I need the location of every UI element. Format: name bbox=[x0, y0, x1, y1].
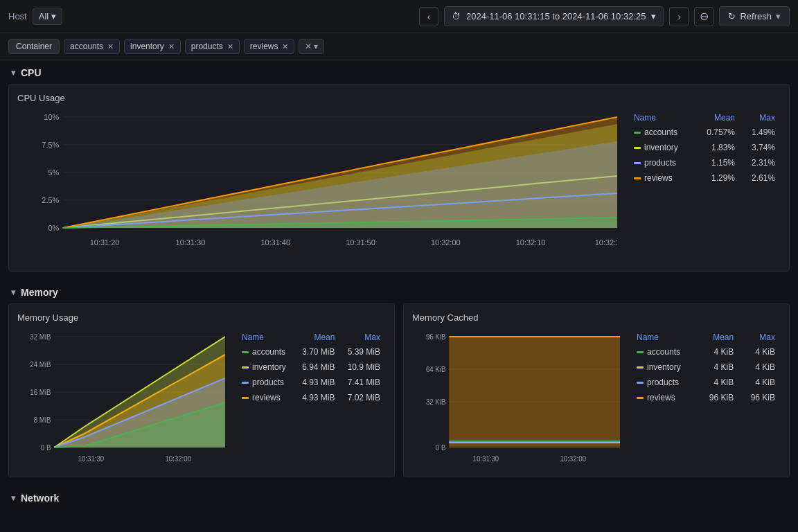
svg-text:0 B: 0 B bbox=[436, 444, 446, 452]
memory-cached-svg: 96 KiB 64 KiB 32 KiB 0 B bbox=[412, 330, 620, 465]
cpu-svg-container: 10% 7.5% 5% 2.5% 0% bbox=[17, 110, 617, 263]
mem-inventory-dot bbox=[242, 366, 249, 369]
cpu-collapse-icon: ▾ bbox=[11, 68, 15, 78]
svg-text:10:31:20: 10:31:20 bbox=[90, 239, 120, 246]
cached-products-dot bbox=[637, 382, 644, 384]
svg-text:10:31:50: 10:31:50 bbox=[346, 239, 375, 246]
svg-text:10:32:20: 10:32:20 bbox=[595, 239, 617, 246]
mem-products-dot bbox=[242, 382, 249, 384]
memory-section-header[interactable]: ▾ Memory bbox=[0, 280, 798, 303]
filter-bar: Container accounts ✕ inventory ✕ product… bbox=[0, 33, 798, 60]
svg-text:32 MiB: 32 MiB bbox=[30, 333, 51, 341]
remove-inventory-icon[interactable]: ✕ bbox=[168, 42, 175, 51]
svg-text:10:32:00: 10:32:00 bbox=[560, 455, 586, 463]
memory-cached-svg-container: 96 KiB 64 KiB 32 KiB 0 B bbox=[412, 330, 620, 468]
filter-tag-products[interactable]: products ✕ bbox=[185, 39, 240, 54]
svg-text:0%: 0% bbox=[48, 224, 59, 231]
mem-accounts-dot bbox=[242, 351, 249, 353]
svg-text:32 KiB: 32 KiB bbox=[426, 398, 446, 406]
memory-cached-legend-table: Name Mean Max accounts 4 KiB 4 KiB bbox=[631, 330, 781, 406]
memory-cached-legend: Name Mean Max accounts 4 KiB 4 KiB bbox=[631, 330, 781, 468]
svg-text:10:31:40: 10:31:40 bbox=[260, 239, 290, 246]
time-range-text: 2024-11-06 10:31:15 to 2024-11-06 10:32:… bbox=[466, 11, 646, 21]
svg-marker-45 bbox=[449, 337, 620, 447]
memory-usage-chart-card: Memory Usage 32 MiB 24 MiB bbox=[8, 303, 395, 477]
svg-text:10:32:10: 10:32:10 bbox=[516, 239, 546, 246]
svg-text:7.5%: 7.5% bbox=[42, 141, 59, 148]
memory-usage-svg: 32 MiB 24 MiB 16 MiB 8 MiB 0 B bbox=[17, 330, 225, 465]
cpu-legend-max-header: Max bbox=[741, 112, 779, 124]
network-collapse-icon: ▾ bbox=[11, 493, 15, 503]
svg-text:10%: 10% bbox=[44, 114, 59, 121]
svg-text:2.5%: 2.5% bbox=[42, 197, 59, 204]
cached-inventory-dot bbox=[637, 366, 644, 369]
svg-text:96 KiB: 96 KiB bbox=[426, 333, 446, 341]
filter-tag-accounts[interactable]: accounts ✕ bbox=[64, 39, 120, 54]
memory-cached-title: Memory Cached bbox=[412, 312, 781, 323]
memory-usage-svg-container: 32 MiB 24 MiB 16 MiB 8 MiB 0 B bbox=[17, 330, 225, 468]
memory-usage-legend: Name Mean Max accounts 3.70 MiB 5.39 MiB bbox=[236, 330, 386, 468]
network-section-header[interactable]: ▾ Network bbox=[0, 486, 798, 509]
memory-collapse-icon: ▾ bbox=[11, 287, 15, 297]
filter-tag-reviews[interactable]: reviews ✕ bbox=[244, 39, 295, 54]
main-content: ▾ CPU CPU Usage 10% 7.5% bbox=[0, 60, 798, 532]
svg-text:10:31:30: 10:31:30 bbox=[78, 455, 105, 463]
memory-usage-legend-table: Name Mean Max accounts 3.70 MiB 5.39 MiB bbox=[236, 330, 386, 406]
top-bar: Host All ▾ ‹ ⏱ 2024-11-06 10:31:15 to 20… bbox=[0, 0, 798, 33]
svg-text:0 B: 0 B bbox=[41, 444, 51, 452]
prev-arrow[interactable]: ‹ bbox=[419, 7, 438, 26]
memory-section: ▾ Memory Memory Usage bbox=[0, 280, 798, 477]
remove-accounts-icon[interactable]: ✕ bbox=[107, 42, 114, 51]
mem-legend-row-accounts: accounts 3.70 MiB 5.39 MiB bbox=[238, 345, 384, 359]
chevron-down-icon: ▾ bbox=[651, 11, 656, 21]
remove-reviews-icon[interactable]: ✕ bbox=[282, 42, 288, 51]
svg-text:64 KiB: 64 KiB bbox=[426, 366, 446, 373]
filter-clear-button[interactable]: ✕ ▾ bbox=[299, 39, 324, 54]
cached-accounts-dot bbox=[637, 351, 644, 353]
mem-legend-row-reviews: reviews 4.93 MiB 7.02 MiB bbox=[238, 391, 384, 405]
cpu-section: ▾ CPU CPU Usage 10% 7.5% bbox=[0, 60, 798, 272]
cached-reviews-dot bbox=[637, 397, 644, 399]
svg-text:10:31:30: 10:31:30 bbox=[473, 455, 499, 463]
zoom-out-button[interactable]: ⊖ bbox=[694, 7, 713, 26]
memory-cached-chart-card: Memory Cached 96 KiB 64 KiB 32 KiB bbox=[403, 303, 790, 477]
memory-charts-row: Memory Usage 32 MiB 24 MiB bbox=[8, 303, 790, 477]
refresh-button[interactable]: ↻ Refresh ▾ bbox=[719, 6, 790, 26]
filter-tag-inventory[interactable]: inventory ✕ bbox=[124, 39, 181, 54]
mem-reviews-dot bbox=[242, 397, 249, 399]
time-range-display[interactable]: ⏱ 2024-11-06 10:31:15 to 2024-11-06 10:3… bbox=[444, 6, 664, 26]
container-label: Container bbox=[8, 39, 60, 54]
svg-text:8 MiB: 8 MiB bbox=[34, 416, 51, 424]
refresh-icon: ↻ bbox=[728, 11, 736, 21]
time-range-controls: ‹ ⏱ 2024-11-06 10:31:15 to 2024-11-06 10… bbox=[419, 6, 790, 26]
accounts-dot bbox=[634, 132, 641, 134]
svg-text:10:32:00: 10:32:00 bbox=[431, 239, 461, 246]
cached-legend-row-reviews: reviews 96 KiB 96 KiB bbox=[632, 391, 779, 405]
cpu-legend-row-accounts: accounts 0.757% 1.49% bbox=[630, 125, 779, 139]
refresh-chevron-icon: ▾ bbox=[776, 11, 781, 21]
network-section: ▾ Network bbox=[0, 486, 798, 515]
cached-legend-row-products: products 4 KiB 4 KiB bbox=[632, 375, 779, 389]
svg-text:10:32:00: 10:32:00 bbox=[165, 455, 191, 463]
memory-section-label: Memory bbox=[21, 287, 58, 298]
mem-legend-row-inventory: inventory 6.94 MiB 10.9 MiB bbox=[238, 360, 384, 374]
cpu-chart-area: 10% 7.5% 5% 2.5% 0% bbox=[17, 110, 781, 263]
cpu-legend-name-header: Name bbox=[630, 112, 693, 124]
network-section-label: Network bbox=[21, 493, 59, 504]
cpu-legend-row-inventory: inventory 1.83% 3.74% bbox=[630, 141, 779, 154]
cpu-chart-title: CPU Usage bbox=[17, 93, 781, 103]
cached-legend-row-inventory: inventory 4 KiB 4 KiB bbox=[632, 360, 779, 374]
host-label: Host bbox=[8, 11, 27, 21]
cpu-legend-mean-header: Mean bbox=[695, 112, 739, 124]
clock-icon: ⏱ bbox=[452, 11, 461, 21]
remove-products-icon[interactable]: ✕ bbox=[227, 42, 233, 51]
reviews-dot bbox=[634, 177, 641, 179]
cpu-section-header[interactable]: ▾ CPU bbox=[0, 60, 798, 84]
cpu-legend-row-reviews: reviews 1.29% 2.61% bbox=[630, 171, 779, 185]
svg-text:24 MiB: 24 MiB bbox=[30, 361, 51, 369]
all-dropdown[interactable]: All ▾ bbox=[33, 8, 62, 25]
cpu-legend-table: Name Mean Max accounts 0.757% 1.49% bbox=[628, 110, 781, 186]
mem-legend-row-products: products 4.93 MiB 7.41 MiB bbox=[238, 375, 384, 389]
svg-text:5%: 5% bbox=[48, 169, 59, 176]
next-arrow[interactable]: › bbox=[669, 7, 689, 26]
